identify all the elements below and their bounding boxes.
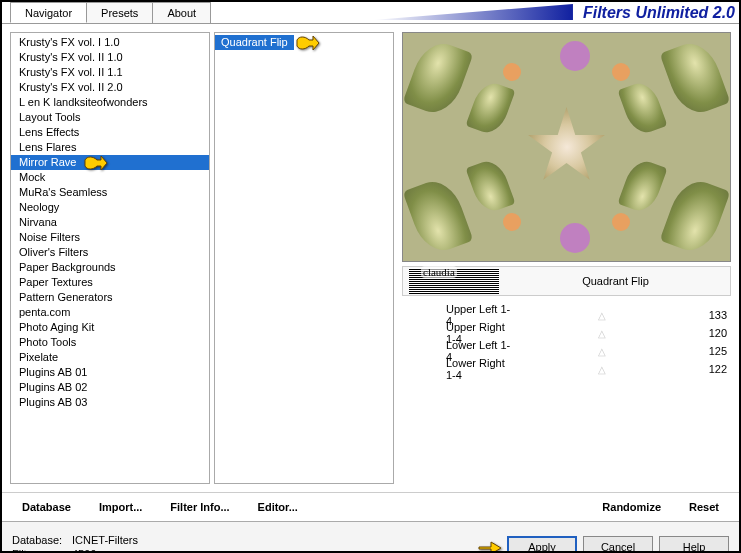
category-item[interactable]: Plugins AB 03 [11, 395, 209, 410]
category-item[interactable]: Plugins AB 01 [11, 365, 209, 380]
param-value: 122 [687, 363, 727, 375]
category-item[interactable]: Neology [11, 200, 209, 215]
param-value: 133 [687, 309, 727, 321]
pointer-icon [293, 32, 321, 54]
category-item[interactable]: Plugins AB 02 [11, 380, 209, 395]
help-button[interactable]: Help [659, 536, 729, 554]
editor-button[interactable]: Editor... [244, 497, 312, 517]
category-item[interactable]: Photo Aging Kit [11, 320, 209, 335]
category-item[interactable]: Lens Flares [11, 140, 209, 155]
param-value: 120 [687, 327, 727, 339]
category-item[interactable]: Noise Filters [11, 230, 209, 245]
category-item[interactable]: Mirror Rave [11, 155, 209, 170]
category-item[interactable]: Krusty's FX vol. II 1.0 [11, 50, 209, 65]
tab-navigator[interactable]: Navigator [10, 2, 87, 23]
param-value: 125 [687, 345, 727, 357]
param-title: Quadrant Flip [507, 275, 724, 287]
filter-item[interactable]: Quadrant Flip [215, 35, 294, 50]
pointer-icon [477, 536, 505, 554]
app-title: Filters Unlimited 2.0 [583, 4, 735, 22]
category-item[interactable]: Krusty's FX vol. II 1.1 [11, 65, 209, 80]
category-item[interactable]: Photo Tools [11, 335, 209, 350]
param-slider[interactable]: △ [522, 328, 681, 339]
category-item[interactable]: Krusty's FX vol. I 1.0 [11, 35, 209, 50]
reset-button[interactable]: Reset [675, 497, 733, 517]
tab-about[interactable]: About [152, 2, 211, 23]
category-item[interactable]: Krusty's FX vol. II 2.0 [11, 80, 209, 95]
category-item[interactable]: penta.com [11, 305, 209, 320]
param-slider[interactable]: △ [522, 346, 681, 357]
watermark-logo [409, 268, 499, 294]
footer-info: Database:ICNET-Filters Filters:4596 [12, 533, 138, 554]
category-item[interactable]: Lens Effects [11, 125, 209, 140]
category-item[interactable]: Layout Tools [11, 110, 209, 125]
param-label: Lower Right 1-4 [406, 357, 516, 381]
cancel-button[interactable]: Cancel [583, 536, 653, 554]
filter-list[interactable]: Quadrant Flip [214, 32, 394, 484]
category-item[interactable]: L en K landksiteofwonders [11, 95, 209, 110]
randomize-button[interactable]: Randomize [588, 497, 675, 517]
category-item[interactable]: Paper Textures [11, 275, 209, 290]
param-row: Lower Right 1-4△122 [406, 360, 727, 378]
database-button[interactable]: Database [8, 497, 85, 517]
tab-presets[interactable]: Presets [86, 2, 153, 23]
category-item[interactable]: Pattern Generators [11, 290, 209, 305]
category-item[interactable]: Paper Backgrounds [11, 260, 209, 275]
apply-button[interactable]: Apply [507, 536, 577, 554]
import-button[interactable]: Import... [85, 497, 156, 517]
category-item[interactable]: Pixelate [11, 350, 209, 365]
preview-image [402, 32, 731, 262]
filter-info-button[interactable]: Filter Info... [156, 497, 243, 517]
category-item[interactable]: MuRa's Seamless [11, 185, 209, 200]
param-slider[interactable]: △ [522, 364, 681, 375]
category-item[interactable]: Mock [11, 170, 209, 185]
category-item[interactable]: Nirvana [11, 215, 209, 230]
category-item[interactable]: Oliver's Filters [11, 245, 209, 260]
category-list[interactable]: Krusty's FX vol. I 1.0Krusty's FX vol. I… [10, 32, 210, 484]
param-slider[interactable]: △ [522, 310, 681, 321]
